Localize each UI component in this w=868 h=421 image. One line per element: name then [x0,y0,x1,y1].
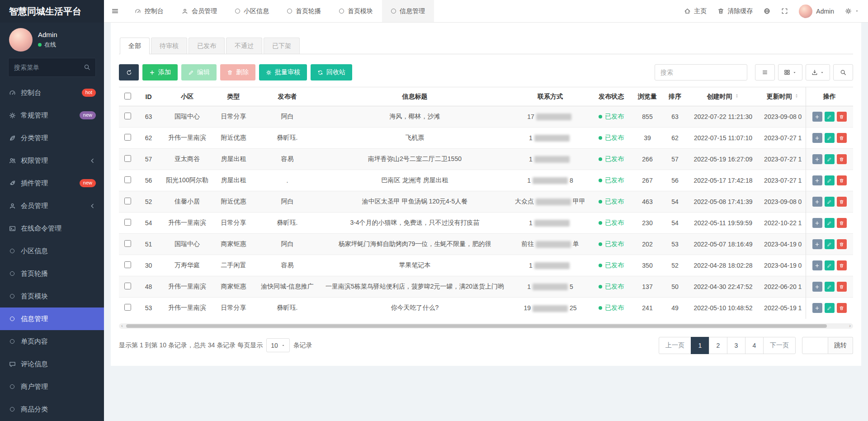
row-delete-button[interactable] [837,197,847,207]
horizontal-scrollbar[interactable]: ‹ › [119,323,853,329]
row-delete-button[interactable] [837,239,847,249]
scroll-left-arrow[interactable]: ‹ [121,323,123,328]
sidebar-item-community[interactable]: 小区信息 [0,240,104,262]
user-menu[interactable]: Admin [799,5,834,18]
row-checkbox[interactable] [124,261,131,268]
row-delete-button[interactable] [837,154,847,164]
nav-tab-member[interactable]: 会员管理 [173,0,226,22]
row-edit-button[interactable] [825,154,835,164]
sidebar-toggle-button[interactable] [104,0,126,22]
filter-tab-rejected[interactable]: 不通过 [226,38,262,54]
row-more-button[interactable] [812,154,822,164]
nav-tab-module[interactable]: 首页模块 [330,0,382,22]
row-more-button[interactable] [812,197,822,207]
sidebar-item-member[interactable]: 会员管理 [0,194,104,217]
scrollbar-thumb[interactable] [126,324,827,328]
sidebar-item-category[interactable]: 分类管理 [0,127,104,149]
search-submit-button[interactable] [833,64,853,80]
row-checkbox[interactable] [124,176,131,183]
row-edit-button[interactable] [825,133,835,143]
row-edit-button[interactable] [825,197,835,207]
page-button-4[interactable]: 4 [745,337,764,354]
page-button-3[interactable]: 3 [727,337,745,354]
settings-menu[interactable] [845,8,859,14]
fullscreen-button[interactable] [781,8,788,14]
refresh-button[interactable] [119,64,139,80]
row-more-button[interactable] [812,133,822,143]
language-button[interactable] [764,8,770,14]
sidebar-item-merchant[interactable]: 商户管理 [0,375,104,398]
select-all-checkbox[interactable] [124,93,131,99]
sidebar-item-command[interactable]: 在线命令管理 [0,217,104,240]
row-more-button[interactable] [812,112,822,122]
row-delete-button[interactable] [837,303,847,313]
row-checkbox[interactable] [124,113,131,119]
row-delete-button[interactable] [837,282,847,292]
export-button[interactable] [806,64,830,80]
sidebar-item-module[interactable]: 首页模块 [0,285,104,307]
nav-tab-banner[interactable]: 首页轮播 [278,0,330,22]
row-edit-button[interactable] [825,282,835,292]
page-button-1[interactable]: 1 [691,337,709,354]
column-header-updated[interactable]: 更新时间 [760,87,806,106]
sidebar-item-banner[interactable]: 首页轮播 [0,262,104,285]
row-delete-button[interactable] [837,133,847,143]
column-header-created[interactable]: 创建时间 [686,87,760,106]
row-edit-button[interactable] [825,175,835,185]
delete-button[interactable]: 删除 [220,64,255,80]
jump-page-input[interactable] [802,337,828,354]
detail-view-button[interactable] [755,64,775,80]
row-more-button[interactable] [812,260,822,270]
page-size-select[interactable]: 10 [266,338,290,352]
row-edit-button[interactable] [825,112,835,122]
prev-page-button[interactable]: 上一页 [659,337,691,354]
row-checkbox[interactable] [124,219,131,226]
home-link[interactable]: 主页 [684,7,707,15]
row-more-button[interactable] [812,239,822,249]
row-more-button[interactable] [812,175,822,185]
row-edit-button[interactable] [825,260,835,270]
batch-audit-button[interactable]: 批量审核 [259,64,307,80]
row-edit-button[interactable] [825,303,835,313]
nav-tab-info[interactable]: 信息管理 [382,0,434,22]
row-checkbox[interactable] [124,283,131,289]
row-delete-button[interactable] [837,175,847,185]
filter-tab-all[interactable]: 全部 [120,38,150,54]
filter-tab-published[interactable]: 已发布 [189,38,225,54]
sidebar-item-auth[interactable]: 权限管理 [0,149,104,172]
row-delete-button[interactable] [837,112,847,122]
user-avatar[interactable] [9,28,33,52]
row-delete-button[interactable] [837,260,847,270]
sidebar-item-general[interactable]: 常规管理new [0,104,104,127]
sidebar-item-page[interactable]: 单页内容 [0,330,104,353]
columns-toggle-button[interactable] [778,64,802,80]
nav-tab-community[interactable]: 小区信息 [226,0,278,22]
edit-button[interactable]: 编辑 [181,64,217,80]
sidebar-item-comment[interactable]: 评论信息 [0,353,104,375]
row-edit-button[interactable] [825,218,835,228]
sidebar-item-dashboard[interactable]: 控制台hot [0,81,104,104]
add-button[interactable]: 添加 [142,64,178,80]
row-checkbox[interactable] [124,304,131,311]
jump-button[interactable]: 跳转 [828,337,853,354]
row-checkbox[interactable] [124,240,131,247]
row-more-button[interactable] [812,303,822,313]
row-checkbox[interactable] [124,134,131,141]
sidebar-item-goods[interactable]: 商品分类 [0,398,104,421]
row-checkbox[interactable] [124,198,131,204]
row-checkbox[interactable] [124,155,131,162]
menu-search-input[interactable] [8,58,96,77]
scroll-right-arrow[interactable]: › [849,323,851,328]
next-page-button[interactable]: 下一页 [763,337,796,354]
recycle-button[interactable]: 回收站 [311,64,352,80]
page-button-2[interactable]: 2 [709,337,727,354]
sidebar-item-addon[interactable]: 插件管理new [0,172,104,194]
row-more-button[interactable] [812,282,822,292]
row-delete-button[interactable] [837,218,847,228]
clear-cache-link[interactable]: 清除缓存 [717,7,753,15]
row-edit-button[interactable] [825,239,835,249]
filter-tab-pending[interactable]: 待审核 [151,38,187,54]
nav-tab-dashboard[interactable]: 控制台 [126,0,173,22]
table-search-input[interactable] [655,64,747,80]
sidebar-item-info[interactable]: 信息管理 [0,307,104,330]
